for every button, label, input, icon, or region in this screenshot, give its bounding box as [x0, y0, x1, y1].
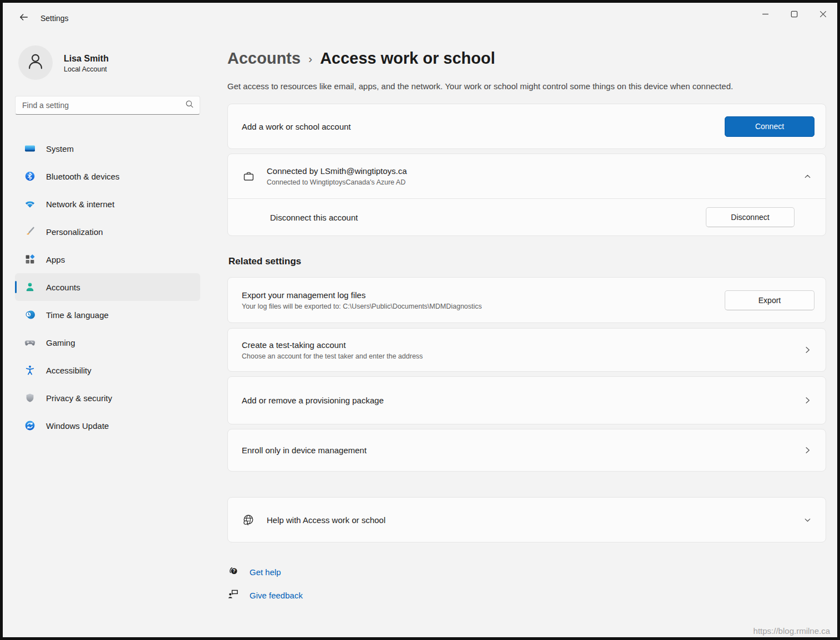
connected-account-title: Connected by LSmith@wingtiptoys.ca	[267, 166, 407, 176]
maximize-icon	[791, 10, 798, 20]
apps-icon	[24, 254, 35, 265]
sidebar-item-label: Windows Update	[46, 421, 109, 431]
sidebar-item-privacy-security[interactable]: Privacy & security	[15, 384, 200, 412]
sidebar: Lisa Smith Local Account System	[3, 34, 213, 637]
help-title: Help with Access work or school	[267, 515, 385, 525]
sidebar-item-label: Bluetooth & devices	[46, 172, 120, 181]
globe-help-icon	[242, 513, 255, 527]
disconnect-button[interactable]: Disconnect	[706, 207, 795, 227]
maximize-button[interactable]	[780, 3, 808, 27]
gamepad-icon	[24, 337, 35, 348]
test-taking-subtitle: Choose an account for the test taker and…	[242, 352, 423, 360]
person-icon	[25, 51, 46, 74]
svg-text:?: ?	[233, 568, 236, 574]
connected-account-subtitle: Connected to WingtiptoysCanada's Azure A…	[267, 178, 407, 186]
chevron-down-icon	[800, 516, 814, 524]
add-account-card: Add a work or school account Connect	[227, 104, 826, 149]
settings-window: Settings Lisa Smith	[0, 0, 840, 640]
disconnect-row: Disconnect this account Disconnect	[228, 199, 826, 235]
get-help-label: Get help	[250, 567, 281, 577]
sidebar-item-apps[interactable]: Apps	[15, 245, 200, 273]
avatar	[18, 45, 53, 80]
related-settings-heading: Related settings	[228, 256, 826, 267]
sidebar-item-gaming[interactable]: Gaming	[15, 329, 200, 356]
sidebar-item-label: Time & language	[46, 310, 109, 320]
accessibility-icon	[24, 365, 35, 376]
user-name: Lisa Smith	[64, 52, 109, 65]
export-logs-card: Export your management log files Your lo…	[227, 277, 826, 323]
back-arrow-icon	[19, 12, 29, 24]
provisioning-title: Add or remove a provisioning package	[242, 396, 384, 405]
give-feedback-icon	[227, 588, 240, 602]
give-feedback-label: Give feedback	[250, 591, 303, 600]
user-profile[interactable]: Lisa Smith Local Account	[3, 42, 213, 84]
user-account-type: Local Account	[64, 65, 109, 73]
back-button[interactable]	[15, 9, 33, 27]
clock-globe-icon	[24, 309, 35, 320]
minimize-button[interactable]	[751, 3, 780, 27]
close-button[interactable]	[808, 3, 837, 27]
give-feedback-link[interactable]: Give feedback	[227, 587, 303, 603]
sidebar-item-accessibility[interactable]: Accessibility	[15, 356, 200, 384]
page-description: Get access to resources like email, apps…	[227, 81, 826, 91]
sidebar-item-time-language[interactable]: Time & language	[15, 301, 200, 329]
disconnect-label: Disconnect this account	[270, 213, 358, 222]
sidebar-item-windows-update[interactable]: Windows Update	[15, 412, 200, 439]
bluetooth-icon	[24, 171, 35, 182]
add-account-label: Add a work or school account	[242, 122, 351, 131]
shield-icon	[24, 392, 35, 403]
briefcase-icon	[242, 170, 255, 183]
help-card[interactable]: Help with Access work or school	[227, 497, 826, 542]
watermark-url: https://blog.rmilne.ca	[754, 626, 830, 636]
connected-account-header[interactable]: Connected by LSmith@wingtiptoys.ca Conne…	[228, 154, 826, 198]
system-icon	[24, 143, 35, 154]
sidebar-item-system[interactable]: System	[15, 135, 200, 162]
windows-update-icon	[24, 420, 35, 431]
get-help-link[interactable]: ? Get help	[227, 564, 281, 580]
titlebar: Settings	[3, 3, 837, 34]
sidebar-nav: System Bluetooth & devices Network & int…	[3, 135, 213, 439]
sidebar-item-label: Accessibility	[46, 366, 91, 375]
window-controls	[751, 3, 837, 29]
sidebar-item-bluetooth-devices[interactable]: Bluetooth & devices	[15, 162, 200, 190]
enroll-card[interactable]: Enroll only in device management	[227, 429, 826, 472]
sidebar-item-network-internet[interactable]: Network & internet	[15, 190, 200, 218]
sidebar-item-label: Network & internet	[46, 199, 114, 209]
sidebar-item-accounts[interactable]: Accounts	[15, 273, 200, 301]
sidebar-item-label: Accounts	[46, 283, 80, 292]
page-title: Access work or school	[320, 49, 495, 68]
enroll-title: Enroll only in device management	[242, 446, 366, 455]
provisioning-card[interactable]: Add or remove a provisioning package	[227, 376, 826, 424]
connected-account-card: Connected by LSmith@wingtiptoys.ca Conne…	[227, 153, 826, 236]
search-icon	[185, 100, 194, 111]
test-taking-card[interactable]: Create a test-taking account Choose an a…	[227, 328, 826, 372]
chevron-right-icon	[800, 446, 814, 454]
sidebar-item-label: Privacy & security	[46, 393, 112, 403]
breadcrumb-separator-icon: ›	[308, 52, 312, 65]
export-logs-title: Export your management log files	[242, 290, 482, 300]
search-input[interactable]	[22, 101, 185, 110]
export-button[interactable]: Export	[725, 290, 814, 310]
breadcrumb: Accounts › Access work or school	[227, 49, 826, 68]
export-logs-subtitle: Your log files will be exported to: C:\U…	[242, 303, 482, 310]
app-title: Settings	[40, 14, 69, 23]
main-panel: Accounts › Access work or school Get acc…	[213, 34, 838, 637]
close-icon	[819, 10, 827, 20]
connect-button[interactable]: Connect	[725, 116, 814, 137]
accounts-icon	[24, 281, 35, 293]
sidebar-item-label: Personalization	[46, 227, 103, 237]
test-taking-title: Create a test-taking account	[242, 340, 423, 350]
footer-links: ? Get help Give feedback	[227, 564, 826, 603]
sidebar-item-personalization[interactable]: Personalization	[15, 218, 200, 245]
search-box	[15, 96, 200, 115]
paintbrush-icon	[24, 226, 35, 237]
minimize-icon	[762, 10, 769, 20]
chevron-right-icon	[800, 346, 814, 354]
chevron-up-icon[interactable]	[800, 172, 814, 181]
chevron-right-icon	[800, 396, 814, 405]
get-help-icon: ?	[227, 565, 240, 579]
wifi-icon	[24, 198, 35, 209]
sidebar-item-label: System	[46, 144, 74, 153]
breadcrumb-accounts[interactable]: Accounts	[227, 49, 301, 68]
sidebar-item-label: Gaming	[46, 338, 75, 347]
